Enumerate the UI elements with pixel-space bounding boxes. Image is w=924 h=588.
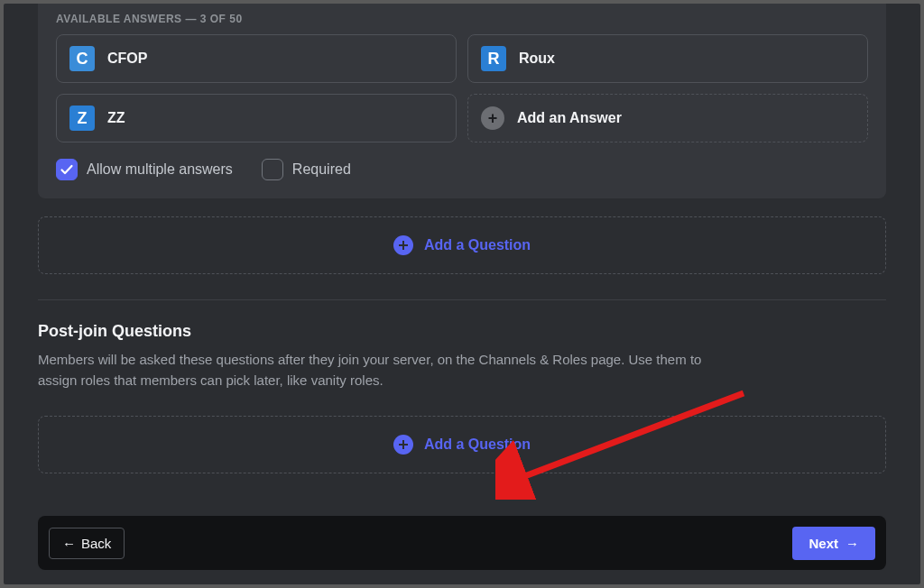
checkbox-icon xyxy=(262,159,283,180)
section-divider xyxy=(38,299,886,300)
plus-circle-icon xyxy=(393,435,413,455)
add-question-label: Add a Question xyxy=(424,436,531,453)
back-label: Back xyxy=(81,536,111,551)
answer-label: ZZ xyxy=(107,110,125,126)
emoji-c-icon: C xyxy=(69,46,95,71)
answer-chip-cfop[interactable]: C CFOP xyxy=(56,34,457,83)
answer-chip-roux[interactable]: R Roux xyxy=(467,34,868,83)
post-join-title: Post-join Questions xyxy=(38,322,886,341)
emoji-z-icon: Z xyxy=(69,106,95,131)
add-question-label: Add a Question xyxy=(424,237,531,253)
add-question-button-postjoin[interactable]: Add a Question xyxy=(38,416,886,473)
answer-label: CFOP xyxy=(107,51,147,67)
question-card: AVAILABLE ANSWERS — 3 OF 50 C CFOP R Rou… xyxy=(38,4,886,198)
allow-multiple-label: Allow multiple answers xyxy=(87,161,233,178)
arrow-right-icon: → xyxy=(845,536,859,551)
next-label: Next xyxy=(808,536,838,551)
arrow-left-icon: ← xyxy=(62,536,76,551)
next-button[interactable]: Next → xyxy=(792,527,875,560)
add-question-button-prejoin[interactable]: Add a Question xyxy=(38,216,886,274)
plus-icon: + xyxy=(481,106,504,130)
footer-bar: ← Back Next → xyxy=(38,516,886,570)
required-label: Required xyxy=(292,161,351,178)
answer-label: Roux xyxy=(519,51,555,67)
add-answer-button[interactable]: + Add an Answer xyxy=(467,94,868,142)
answer-chip-zz[interactable]: Z ZZ xyxy=(56,94,457,142)
emoji-r-icon: R xyxy=(481,46,506,71)
back-button[interactable]: ← Back xyxy=(49,528,125,559)
plus-circle-icon xyxy=(393,235,413,255)
allow-multiple-checkbox[interactable]: Allow multiple answers xyxy=(56,159,233,180)
available-answers-header: AVAILABLE ANSWERS — 3 OF 50 xyxy=(56,13,868,25)
checkbox-icon xyxy=(56,159,78,180)
add-answer-label: Add an Answer xyxy=(517,110,622,126)
required-checkbox[interactable]: Required xyxy=(262,159,351,180)
post-join-description: Members will be asked these questions af… xyxy=(38,350,724,390)
